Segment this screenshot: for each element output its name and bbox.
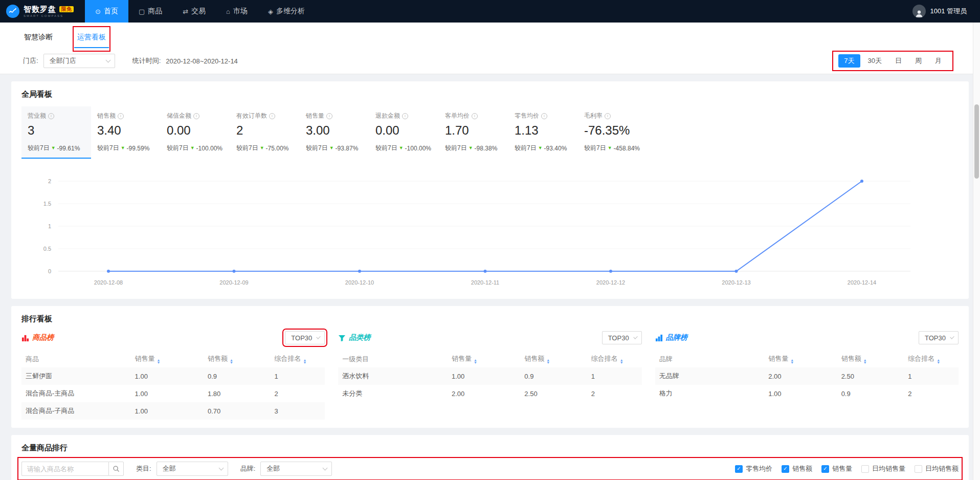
metric-card-turnover[interactable]: 营业额i 3 较前7日▼-99.61% [21,106,91,159]
metric-label: 有效订单数 [236,112,267,120]
full-ranking-card: 全量商品排行 类目: 全部 品牌: 全部 零售均价 销售额 销售量 日均销售量 … [11,435,969,480]
info-icon[interactable]: i [326,113,332,119]
compare-label: 较前7日 [236,144,258,152]
search-button[interactable] [108,462,124,476]
down-arrow-icon: ▼ [121,146,125,150]
info-icon[interactable]: i [269,113,275,119]
metric-card-sales-volume[interactable]: 销售量i 3.00 较前7日▼-93.87% [300,106,369,159]
table-row[interactable]: 无品牌2.002.501 [655,367,959,385]
checkbox-label: 日均销售额 [925,464,959,473]
store-select[interactable]: 全部门店 [43,54,115,68]
sort-icon[interactable]: ▲▼ [790,359,794,364]
search-input[interactable] [21,462,108,476]
brand-subtitle: SMART COMPASS [24,14,74,17]
info-icon[interactable]: i [605,113,611,119]
metric-card-sales-amount[interactable]: 销售额i 3.40 较前7日▼-99.59% [91,106,161,159]
metric-card-avg-order-value[interactable]: 客单均价i 1.70 较前7日▼-98.38% [439,106,508,159]
info-icon[interactable]: i [541,113,547,119]
info-icon[interactable]: i [48,113,54,119]
table-row[interactable]: 格力1.000.92 [655,385,959,402]
scrollbar-thumb[interactable] [974,104,979,179]
brand-filter-select[interactable]: 全部 [260,462,332,476]
range-week-button[interactable]: 周 [909,54,927,68]
brand-name: 智数罗盘 [24,5,56,13]
sort-icon[interactable]: ▲▼ [303,359,307,364]
range-30d-button[interactable]: 30天 [862,54,887,68]
svg-text:2020-12-14: 2020-12-14 [848,279,876,286]
category-rank-icon [338,334,346,342]
info-icon[interactable]: i [472,113,478,119]
sort-icon[interactable]: ▲▼ [937,359,940,364]
metric-value: 3.00 [306,123,363,138]
down-arrow-icon: ▼ [51,146,56,150]
nav-item-multi-analysis[interactable]: ◈ 多维分析 [258,0,315,23]
metric-change: -100.00% [196,145,222,152]
sort-icon[interactable]: ▲▼ [474,359,477,364]
range-7d-button[interactable]: 7天 [838,54,860,68]
info-icon[interactable]: i [118,113,124,119]
checkbox-label: 销售额 [792,464,812,473]
checkbox-avg-retail-price[interactable]: 零售均价 [735,464,772,473]
nav-item-transactions[interactable]: ⇄ 交易 [172,0,216,23]
metric-card-gross-margin[interactable]: 毛利率i -76.35% 较前7日▼-458.84% [578,106,648,159]
sort-icon[interactable]: ▲▼ [620,359,623,364]
brand-rank-table: 品牌 销售量▲▼ 销售额▲▼ 综合排名▲▼ 无品牌2.002.501 格力1.0… [655,351,959,402]
metric-cards: 营业额i 3 较前7日▼-99.61% 销售额i 3.40 较前7日▼-99.5… [21,106,959,159]
range-month-button[interactable]: 月 [929,54,947,68]
sort-icon[interactable]: ▲▼ [230,359,233,364]
sort-icon[interactable]: ▲▼ [157,359,161,364]
metric-card-stored-value[interactable]: 储值金额i 0.00 较前7日▼-100.00% [161,106,230,159]
compare-label: 较前7日 [515,144,537,152]
table-row[interactable]: 酒水饮料1.000.91 [338,367,641,385]
category-top-select[interactable]: TOP30 [602,331,642,344]
main-nav: ⊙ 首页 ▢ 商品 ⇄ 交易 ⌂ 市场 ◈ 多维分析 [85,0,315,23]
metric-card-avg-retail-price[interactable]: 零售均价i 1.13 较前7日▼-93.40% [508,106,578,159]
checkbox-sales-volume[interactable]: 销售量 [821,464,852,473]
product-top-select[interactable]: TOP30 [285,331,325,344]
nav-item-market[interactable]: ⌂ 市场 [216,0,258,23]
info-icon[interactable]: i [193,113,199,119]
nav-item-home[interactable]: ⊙ 首页 [85,0,128,23]
table-row[interactable]: 未分类2.002.502 [338,385,641,402]
table-row[interactable]: 混合商品-主商品1.001.802 [21,385,325,402]
compare-label: 较前7日 [375,144,397,152]
ranking-board-title: 排行看板 [21,314,959,324]
chevron-down-icon [317,335,321,339]
column-toggles: 零售均价 销售额 销售量 日均销售量 日均销售额 [735,464,959,473]
time-range-selector: 7天 30天 日 周 月 [834,53,951,69]
metric-label: 储值金额 [167,112,191,120]
avatar [912,5,926,18]
sort-icon[interactable]: ▲▼ [863,359,867,364]
metric-change: -93.40% [544,145,567,152]
product-box-icon: ▢ [139,8,145,15]
metric-card-valid-orders[interactable]: 有效订单数i 2 较前7日▼-75.00% [230,106,300,159]
svg-text:2020-12-09: 2020-12-09 [219,279,248,286]
checkbox-daily-avg-sales-volume[interactable]: 日均销售量 [861,464,905,473]
username: 1001 管理员 [930,7,967,16]
category-filter-select[interactable]: 全部 [157,462,228,476]
tab-operation-board[interactable]: 运营看板 [76,30,107,48]
nav-item-label: 市场 [233,7,248,16]
svg-text:1.5: 1.5 [43,201,51,207]
checkbox-label: 零售均价 [746,464,772,473]
metric-label: 退款金额 [375,112,400,120]
store-label: 门店: [23,56,38,66]
sort-icon[interactable]: ▲▼ [546,359,550,364]
page-scrollbar[interactable] [973,23,980,480]
category-rank-title: 品类榜 [349,333,370,342]
checkbox-sales-amount[interactable]: 销售额 [782,464,812,473]
nav-item-products[interactable]: ▢ 商品 [128,0,172,23]
user-menu[interactable]: 1001 管理员 [912,5,980,18]
tab-smart-diagnosis[interactable]: 智慧诊断 [23,30,54,48]
checkbox-icon [915,465,922,473]
metric-change: -99.59% [127,145,150,152]
info-icon[interactable]: i [402,113,408,119]
table-row[interactable]: 混合商品-子商品1.000.703 [21,402,325,420]
table-row[interactable]: 三鲜伊面1.000.91 [21,367,325,385]
metric-value: 1.13 [515,123,572,138]
metric-card-refund-amount[interactable]: 退款金额i 0.00 较前7日▼-100.00% [369,106,439,159]
range-day-button[interactable]: 日 [889,54,907,68]
brand-top-select[interactable]: TOP30 [919,331,959,344]
exchange-icon: ⇄ [183,8,188,15]
checkbox-daily-avg-sales-amount[interactable]: 日均销售额 [915,464,959,473]
